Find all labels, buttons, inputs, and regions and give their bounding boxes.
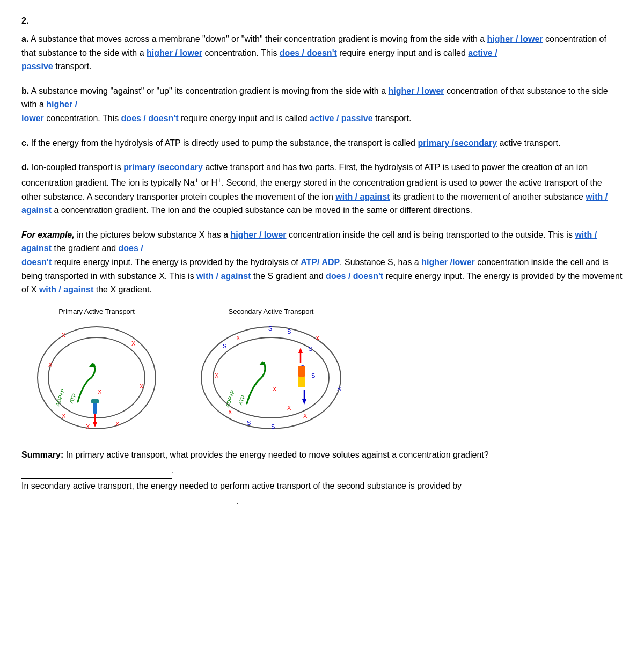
- svg-text:X: X: [98, 388, 102, 395]
- section-a-link3[interactable]: does / doesn't: [280, 48, 337, 57]
- diagram-area: Primary Active Transport X X X X X X X A…: [32, 307, 623, 437]
- svg-text:X: X: [287, 405, 291, 411]
- example-link5[interactable]: higher /lower: [421, 258, 475, 267]
- example-italic: For example,: [21, 230, 75, 239]
- section-a-link2[interactable]: higher / lower: [147, 48, 202, 57]
- svg-marker-39: [298, 348, 303, 353]
- example-link1[interactable]: higher / lower: [231, 230, 287, 239]
- svg-text:X: X: [236, 335, 240, 341]
- section-d-label: d.: [21, 163, 29, 172]
- svg-text:X: X: [316, 335, 320, 341]
- svg-text:S: S: [337, 386, 341, 392]
- section-a-label: a.: [21, 34, 28, 43]
- svg-text:X: X: [228, 409, 232, 415]
- svg-rect-13: [91, 399, 99, 403]
- svg-text:S: S: [309, 346, 312, 352]
- svg-text:S: S: [247, 420, 251, 426]
- svg-text:X: X: [48, 362, 53, 368]
- example-link8[interactable]: with / against: [39, 285, 93, 294]
- svg-text:X: X: [273, 386, 277, 392]
- section-c-text1: If the energy from the hydrolysis of ATP…: [31, 138, 415, 148]
- section-b-link3[interactable]: does / doesn't: [121, 114, 179, 123]
- example-link6[interactable]: with / against: [196, 271, 251, 281]
- section-a-link4b[interactable]: passive: [21, 62, 53, 71]
- summary-label: Summary:: [21, 450, 63, 459]
- section-a-link1[interactable]: higher / lower: [487, 34, 543, 43]
- svg-text:S: S: [311, 372, 315, 379]
- summary-text1: In primary active transport, what provid…: [66, 450, 489, 459]
- section-c-text2: active transport.: [500, 138, 561, 148]
- example-link2[interactable]: with / against: [21, 230, 597, 253]
- section-d-link3[interactable]: with /: [586, 192, 608, 201]
- svg-marker-15: [93, 422, 97, 427]
- section-b-link2[interactable]: higher /: [46, 100, 77, 109]
- svg-text:X: X: [303, 413, 308, 419]
- svg-text:X: X: [131, 340, 136, 347]
- section-c-link1[interactable]: primary /secondary: [418, 138, 497, 148]
- section-c-label: c.: [21, 138, 28, 148]
- primary-diagram: Primary Active Transport X X X X X X X A…: [32, 307, 161, 437]
- section-d-link2[interactable]: with / against: [335, 192, 390, 201]
- svg-rect-37: [298, 377, 305, 387]
- secondary-diagram-title: Secondary Active Transport: [229, 307, 314, 315]
- section-d-link1[interactable]: primary /secondary: [123, 163, 203, 172]
- example-link7[interactable]: does / doesn't: [326, 271, 383, 281]
- svg-text:ADP+P: ADP+P: [55, 388, 67, 407]
- section-b-link2b[interactable]: lower: [21, 114, 44, 123]
- primary-diagram-svg: X X X X X X X ATP ADP+P X: [32, 319, 161, 437]
- example-link4[interactable]: ATP/ ADP: [301, 258, 340, 267]
- svg-text:X: X: [62, 332, 66, 339]
- svg-marker-41: [302, 399, 306, 405]
- summary-blank2[interactable]: [21, 494, 236, 510]
- example-link3[interactable]: does /: [119, 244, 143, 253]
- example-link3b[interactable]: doesn't: [21, 258, 52, 267]
- section-b-link1[interactable]: higher / lower: [389, 86, 444, 96]
- svg-text:S: S: [271, 423, 275, 430]
- svg-text:ATP: ATP: [237, 394, 246, 406]
- section-example: For example, in the pictures below subst…: [21, 228, 623, 297]
- svg-text:S: S: [268, 325, 272, 332]
- summary-p1: Summary: In primary active transport, wh…: [21, 447, 623, 479]
- summary-p2: In secondary active transport, the energ…: [21, 479, 623, 510]
- secondary-diagram: Secondary Active Transport S S S S S S S…: [193, 307, 349, 437]
- section-a-link4[interactable]: active /: [468, 48, 497, 57]
- svg-text:X: X: [86, 423, 90, 430]
- section-d: d. Ion-coupled transport is primary /sec…: [21, 160, 623, 217]
- section-c: c. If the energy from the hydrolysis of …: [21, 136, 623, 150]
- svg-text:X: X: [62, 413, 66, 419]
- svg-text:ATP: ATP: [68, 392, 77, 404]
- summary-blank1[interactable]: [21, 463, 172, 479]
- svg-rect-12: [93, 402, 97, 414]
- section-b-label: b.: [21, 86, 29, 96]
- summary-text2: In secondary active transport, the energ…: [21, 481, 462, 490]
- section-a: a. A substance that moves across a membr…: [21, 32, 623, 74]
- svg-text:S: S: [223, 343, 226, 349]
- svg-text:X: X: [115, 421, 120, 427]
- svg-text:S: S: [287, 328, 291, 335]
- svg-text:X: X: [140, 383, 144, 390]
- svg-rect-36: [298, 366, 305, 377]
- section-d-link3b[interactable]: against: [21, 205, 52, 215]
- question-number: 2.: [21, 16, 623, 26]
- section-b-link4[interactable]: active / passive: [310, 114, 372, 123]
- section-b: b. A substance moving "against" or "up" …: [21, 84, 623, 126]
- svg-point-17: [201, 327, 341, 429]
- primary-diagram-title: Primary Active Transport: [58, 307, 135, 315]
- summary-section: Summary: In primary active transport, wh…: [21, 447, 623, 510]
- svg-text:X: X: [215, 372, 219, 379]
- svg-text:ADP+P: ADP+P: [224, 389, 236, 408]
- secondary-diagram-svg: S S S S S S S S X X X X X X ATP ADP+P: [193, 319, 349, 437]
